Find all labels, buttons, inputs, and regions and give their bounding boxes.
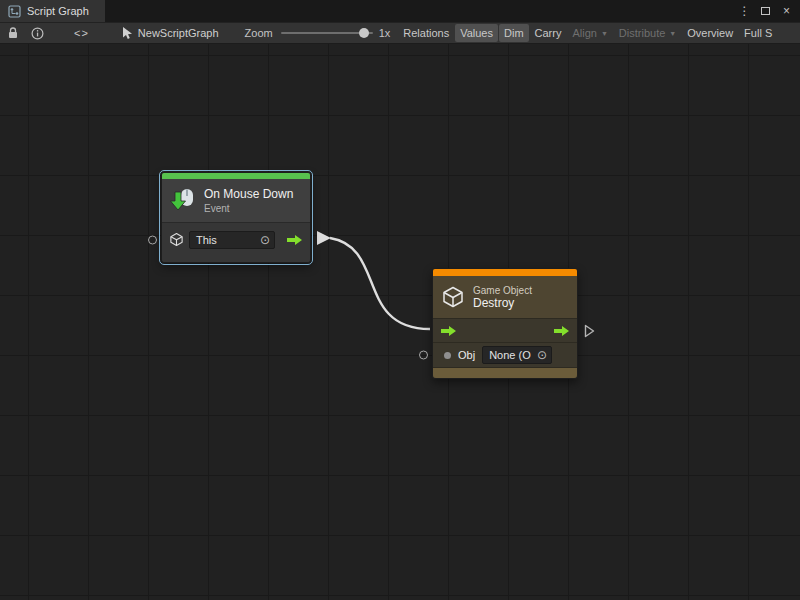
wire-layer bbox=[0, 44, 800, 600]
connection-start-arrow bbox=[317, 231, 331, 245]
destroy-node-footer bbox=[433, 367, 577, 378]
event-node-body: This ⊙ bbox=[162, 222, 310, 256]
window-menu-button[interactable]: ⋮ bbox=[736, 2, 753, 20]
destroy-accent-strip bbox=[433, 269, 577, 276]
node-category: Game Object bbox=[473, 285, 532, 296]
this-dropdown-value: This bbox=[196, 234, 217, 246]
mouse-down-event-icon bbox=[170, 188, 196, 214]
info-button[interactable] bbox=[30, 24, 44, 42]
target-input-port[interactable] bbox=[148, 235, 157, 244]
graph-toolbar: <> NewScriptGraph Zoom 1x Relations Valu… bbox=[0, 22, 800, 44]
graph-cursor-icon bbox=[121, 26, 133, 40]
maximize-button[interactable] bbox=[757, 2, 774, 20]
node-subtitle: Event bbox=[204, 203, 293, 214]
fullscreen-button[interactable]: Full S bbox=[739, 24, 777, 42]
distribute-button[interactable]: Distribute ▼ bbox=[614, 24, 681, 42]
tab-script-graph[interactable]: Script Graph bbox=[0, 0, 105, 22]
destroy-param-row: Obj None (O ⊙ bbox=[433, 342, 577, 367]
tab-bar: Script Graph ⋮ × bbox=[0, 0, 800, 22]
carry-button[interactable]: Carry bbox=[530, 24, 567, 42]
game-object-cube-icon bbox=[441, 285, 465, 309]
on-mouse-down-node[interactable]: On Mouse Down Event This ⊙ bbox=[161, 172, 311, 263]
maximize-icon bbox=[761, 7, 770, 15]
zoom-label: Zoom bbox=[245, 27, 273, 39]
code-button[interactable]: <> bbox=[74, 27, 89, 39]
zoom-slider-handle[interactable] bbox=[359, 28, 369, 38]
align-label: Align bbox=[572, 27, 596, 39]
graph-name: NewScriptGraph bbox=[138, 27, 219, 39]
zoom-control: Zoom 1x bbox=[245, 26, 391, 40]
values-button[interactable]: Values bbox=[455, 24, 498, 42]
lock-button[interactable] bbox=[6, 24, 20, 42]
overview-button[interactable]: Overview bbox=[682, 24, 738, 42]
zoom-slider[interactable] bbox=[281, 26, 373, 40]
dim-button[interactable]: Dim bbox=[499, 24, 529, 42]
event-node-header: On Mouse Down Event bbox=[162, 179, 310, 222]
lock-icon bbox=[7, 27, 19, 40]
align-button[interactable]: Align ▼ bbox=[567, 24, 612, 42]
obj-object-field[interactable]: None (O ⊙ bbox=[482, 346, 552, 364]
this-dropdown[interactable]: This ⊙ bbox=[189, 231, 275, 249]
flow-output-port[interactable] bbox=[286, 234, 303, 246]
destroy-node[interactable]: Game Object Destroy bbox=[432, 268, 578, 379]
obj-input-port[interactable] bbox=[419, 351, 428, 360]
destroy-node-titles: Game Object Destroy bbox=[473, 285, 532, 310]
connection-wire[interactable] bbox=[330, 238, 430, 329]
info-icon bbox=[31, 27, 44, 40]
destroy-flow-row bbox=[433, 318, 577, 342]
script-graph-window: Script Graph ⋮ × <> NewSc bbox=[0, 0, 800, 600]
obj-object-value: None (O bbox=[489, 349, 531, 361]
tab-title: Script Graph bbox=[27, 5, 89, 17]
window-controls: ⋮ × bbox=[736, 0, 800, 22]
flow-input-port[interactable] bbox=[440, 325, 457, 337]
graph-canvas[interactable]: On Mouse Down Event This ⊙ bbox=[0, 44, 800, 600]
node-title: Destroy bbox=[473, 296, 532, 310]
toolbar-buttons: Relations Values Dim Carry Align ▼ Distr… bbox=[398, 24, 778, 42]
object-picker-icon[interactable]: ⊙ bbox=[537, 349, 547, 361]
event-node-footer bbox=[162, 256, 310, 262]
obj-param-label: Obj bbox=[458, 349, 475, 361]
script-graph-icon bbox=[8, 2, 21, 20]
chevron-down-icon: ▼ bbox=[669, 30, 676, 37]
chevron-down-icon: ▼ bbox=[601, 30, 608, 37]
game-object-cube-icon bbox=[169, 232, 184, 247]
close-button[interactable]: × bbox=[778, 2, 795, 20]
flow-output-port[interactable] bbox=[553, 325, 570, 337]
destroy-node-header: Game Object Destroy bbox=[433, 276, 577, 318]
object-picker-icon[interactable]: ⊙ bbox=[260, 234, 270, 246]
value-dot-icon bbox=[444, 352, 451, 359]
distribute-label: Distribute bbox=[619, 27, 665, 39]
relations-button[interactable]: Relations bbox=[398, 24, 454, 42]
event-node-titles: On Mouse Down Event bbox=[204, 187, 293, 214]
graph-breadcrumb[interactable]: NewScriptGraph bbox=[121, 26, 219, 40]
zoom-value: 1x bbox=[379, 27, 391, 39]
flow-continuation-handle[interactable] bbox=[584, 324, 595, 338]
node-title: On Mouse Down bbox=[204, 187, 293, 201]
